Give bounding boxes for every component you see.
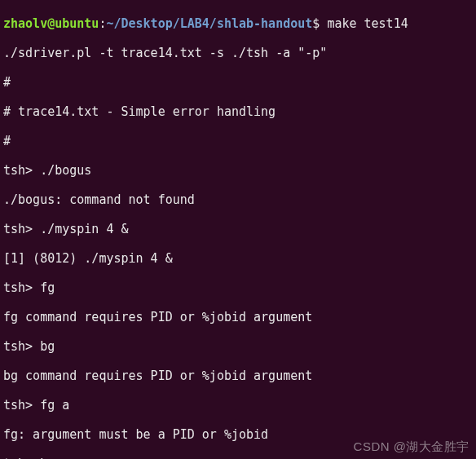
output-line: tsh> bg xyxy=(3,339,473,354)
prompt-user: zhaolv@ubuntu xyxy=(3,16,99,31)
output-line: bg command requires PID or %jobid argume… xyxy=(3,369,473,383)
prompt-path: ~/Desktop/LAB4/shlab-handout xyxy=(106,16,312,31)
output-line: tsh> ./bogus xyxy=(3,163,473,178)
prompt-sep2: $ xyxy=(312,16,327,31)
output-line: ./bogus: command not found xyxy=(3,192,473,207)
output-line: # xyxy=(3,75,473,90)
prompt-line: zhaolv@ubuntu:~/Desktop/LAB4/shlab-hando… xyxy=(3,16,473,31)
terminal-output[interactable]: zhaolv@ubuntu:~/Desktop/LAB4/shlab-hando… xyxy=(0,0,476,459)
output-line: fg: argument must be a PID or %jobid xyxy=(3,427,473,442)
typed-command: make test14 xyxy=(327,16,408,31)
output-line: tsh> ./myspin 4 & xyxy=(3,222,473,236)
output-line: # trace14.txt - Simple error handling xyxy=(3,104,473,119)
output-line: [1] (8012) ./myspin 4 & xyxy=(3,251,473,266)
output-line: tsh> fg xyxy=(3,280,473,295)
output-line: ./sdriver.pl -t trace14.txt -s ./tsh -a … xyxy=(3,46,473,60)
output-line: tsh> fg a xyxy=(3,398,473,413)
output-line: # xyxy=(3,134,473,148)
output-line: fg command requires PID or %jobid argume… xyxy=(3,310,473,324)
